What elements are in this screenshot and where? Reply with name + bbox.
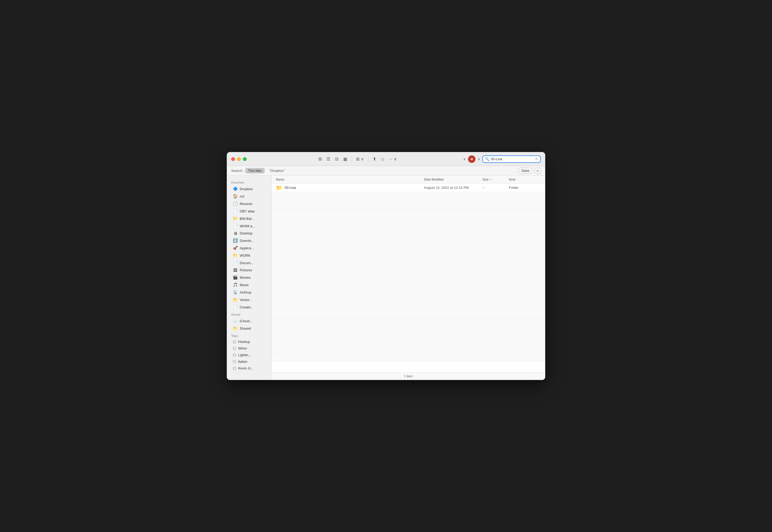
sidebar-item-m2[interactable]: 🏠 m2 (229, 193, 270, 200)
sidebar-item-label: Vector... (240, 298, 252, 302)
favorites-label: Favorites (227, 179, 271, 185)
file-area: Name Date Modified Size ∨ Kind 📁 00-Lisa… (272, 176, 545, 380)
list-view-button[interactable]: ☰ (325, 155, 332, 163)
sidebar-item-label: AirDrop (240, 290, 252, 294)
document-icon: 📄 (233, 305, 238, 309)
table-row-empty (272, 209, 545, 217)
table-row-empty (272, 226, 545, 234)
table-row-empty (272, 200, 545, 209)
movie-icon: 🎬 (233, 275, 238, 280)
sidebar-item-work[interactable]: 📁 WORK (229, 252, 270, 259)
table-row-empty (272, 294, 545, 302)
sidebar-item-movies[interactable]: 🎬 Movies (229, 274, 270, 281)
col-size-header[interactable]: Size ∨ (482, 178, 509, 181)
sidebar-item-kevin-jr[interactable]: Kevin Jr... (229, 365, 270, 372)
sidebar-item-music[interactable]: 🎵 Music (229, 281, 270, 289)
table-row[interactable]: 📁 00-Lisa August 12, 2022 at 12:14 PM --… (272, 184, 545, 192)
sidebar-item-whim-a[interactable]: 📄 WHIM a... (229, 222, 270, 230)
col-name-header[interactable]: Name (276, 178, 424, 181)
user-avatar: M (468, 155, 475, 163)
table-row-empty (272, 260, 545, 268)
sidebar-item-label: BW-Bal... (240, 217, 254, 221)
sidebar-item-applications[interactable]: 🚀 Applica... (229, 244, 270, 252)
sidebar-item-italian[interactable]: Italian (229, 358, 270, 365)
sidebar-item-label: Docum... (240, 261, 254, 265)
folder-icon: 📁 (233, 216, 238, 221)
sidebar-item-label: Whim (238, 346, 247, 350)
sidebar-item-shared[interactable]: 📁 Shared (229, 325, 270, 332)
tag-button[interactable]: ◇ (379, 155, 386, 163)
sidebar-item-obt-alias[interactable]: 📄 OBT alias (229, 207, 270, 215)
sidebar-item-label: Kevin Jr... (238, 366, 253, 370)
col-date-header[interactable]: Date Modified (424, 178, 482, 181)
table-row-empty (272, 328, 545, 336)
sidebar-item-label: Desktop (240, 231, 253, 235)
sidebar-item-label: Shared (240, 326, 251, 330)
finder-window: ⊞ ☰ ⊟ ▦ ⊞ ∨ ⬆ ◇ ··· ∨ ∨ M ∨ 🔍 ✕ Search: (227, 152, 545, 380)
close-button[interactable] (231, 157, 235, 161)
icloud-label: iCloud (227, 311, 271, 317)
airdrop-icon: 📡 (233, 290, 238, 295)
folder-icon: 📁 (276, 185, 283, 191)
sidebar-item-label: OBT alias (240, 209, 255, 213)
table-row-empty (272, 234, 545, 243)
gallery-view-button[interactable]: ▦ (342, 155, 349, 163)
sidebar-item-whim[interactable]: Whim (229, 345, 270, 352)
clock-icon: 🕐 (233, 201, 238, 206)
column-view-button[interactable]: ⊟ (333, 155, 340, 163)
sidebar-item-airdrop[interactable]: 📡 AirDrop (229, 289, 270, 296)
table-row-empty (272, 192, 545, 200)
dropbox-pill[interactable]: "Dropbox" (267, 168, 288, 173)
rocket-icon: 🚀 (233, 246, 238, 250)
status-bar: 1 item (272, 372, 545, 380)
share-button[interactable]: ⬆ (371, 155, 378, 163)
save-button[interactable]: Save (518, 168, 532, 174)
sidebar-item-dropbox[interactable]: 🔷 Dropbox (229, 185, 270, 193)
maximize-button[interactable] (243, 157, 247, 161)
sidebar-item-label: Movies (240, 276, 251, 280)
document-icon: 📄 (233, 224, 238, 228)
tag-dot (233, 340, 236, 343)
traffic-lights (231, 157, 247, 161)
column-header: Name Date Modified Size ∨ Kind (272, 176, 545, 184)
titlebar: ⊞ ☰ ⊟ ▦ ⊞ ∨ ⬆ ◇ ··· ∨ ∨ M ∨ 🔍 ✕ (227, 152, 545, 166)
sidebar-item-pictures[interactable]: 🖼 Pictures (229, 267, 270, 274)
sort-dropdown[interactable]: ∨ (463, 157, 466, 161)
document-icon: 📄 (233, 260, 238, 265)
file-date: August 12, 2022 at 12:14 PM (424, 186, 482, 190)
clear-search-button[interactable]: ✕ (535, 157, 538, 161)
table-row-empty (272, 336, 545, 345)
document-icon: 📄 (233, 209, 238, 213)
search-input[interactable] (491, 157, 533, 161)
sidebar-item-creativ[interactable]: 📄 Creativ... (229, 303, 270, 311)
main-area: Favorites 🔷 Dropbox 🏠 m2 🕐 Recents 📄 OBT… (227, 176, 545, 380)
titlebar-right: ∨ M ∨ 🔍 ✕ (463, 155, 541, 163)
search-icon: 🔍 (485, 157, 489, 161)
table-row-empty (272, 277, 545, 285)
this-mac-pill[interactable]: This Mac (245, 168, 265, 173)
sidebar-item-bw-bal[interactable]: 📁 BW-Bal... (229, 215, 270, 222)
user-dropdown[interactable]: ∨ (478, 157, 480, 161)
add-button[interactable]: + (534, 168, 541, 174)
grid-button[interactable]: ⊞ ∨ (354, 155, 365, 163)
sidebar: Favorites 🔷 Dropbox 🏠 m2 🕐 Recents 📄 OBT… (227, 176, 272, 380)
sidebar-item-downloads[interactable]: ⬇️ Downlo... (229, 237, 270, 244)
sidebar-item-documents[interactable]: 📄 Docum... (229, 259, 270, 267)
sidebar-item-vector[interactable]: 📁 Vector... (229, 296, 270, 303)
sidebar-item-hookup[interactable]: Hookup (229, 338, 270, 345)
icon-view-button[interactable]: ⊞ (317, 155, 323, 163)
sidebar-item-label: Pictures (240, 268, 252, 272)
sidebar-item-icloud-drive[interactable]: ☁️ iCloud... (229, 317, 270, 325)
table-row-empty (272, 243, 545, 251)
sidebar-item-desktop[interactable]: 🖥 Desktop (229, 230, 270, 237)
sidebar-item-recents[interactable]: 🕐 Recents (229, 200, 270, 207)
file-kind: Folder (509, 186, 541, 190)
sidebar-item-lightin[interactable]: Lightin... (229, 352, 270, 358)
tag-dot (233, 367, 236, 370)
table-row-empty (272, 302, 545, 311)
col-kind-header[interactable]: Kind (509, 178, 541, 181)
file-name: 00-Lisa (285, 186, 424, 190)
dropbox-icon: 🔷 (233, 186, 238, 191)
minimize-button[interactable] (237, 157, 241, 161)
more-button[interactable]: ··· ∨ (387, 155, 398, 163)
